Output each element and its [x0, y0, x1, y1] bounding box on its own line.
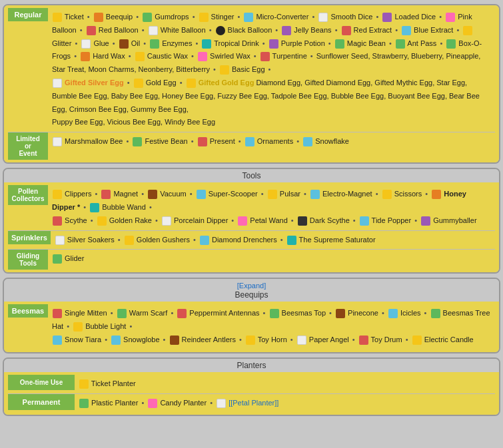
item-ant-pass: Ant Pass	[395, 39, 439, 47]
super-scooper-icon	[197, 190, 206, 199]
beesmas-content: Single Mitten • Warm Scarf • Peppermint …	[48, 304, 495, 349]
peppermint-antennas-icon	[177, 309, 187, 318]
limited-label: LimitedorEvent	[8, 132, 48, 160]
item-beesmas-top: Beesmas Top	[269, 309, 328, 317]
regular-content: Ticket • Beequip • Gumdrops • Stinger •	[48, 8, 495, 132]
bee-eggs-list: Bumble Bee Egg, Baby Bee Egg, Honey Bee …	[52, 92, 480, 126]
sprinklers-row: Sprinklers Silver Soakers • Golden Gushe…	[8, 231, 495, 250]
box-o-frogs-icon	[446, 39, 456, 49]
item-candy-planter: Candy Planter	[147, 399, 209, 407]
snowflake-icon	[303, 137, 312, 146]
enzymes-icon	[150, 39, 159, 49]
item-paper-angel: Paper Angel	[296, 336, 351, 343]
item-petal-planter[interactable]: [[Petal Planter]]	[216, 399, 278, 407]
item-micro-converter: Micro-Converter	[243, 13, 310, 21]
candy-planter-icon	[148, 399, 157, 408]
ticket-icon	[53, 13, 62, 22]
item-petal-wand: Petal Wand	[237, 216, 290, 224]
gifted-silver-egg-icon	[53, 79, 62, 88]
limited-row: LimitedorEvent Marshmallow Bee • Festive…	[8, 132, 495, 160]
item-blue-extract: Blue Extract	[401, 26, 455, 34]
item-glider: Glider	[52, 254, 84, 262]
pulsar-icon	[268, 190, 277, 199]
item-porcelain-dipper: Porcelain Dipper	[161, 216, 230, 224]
tropical-drink-icon	[202, 39, 211, 49]
item-electric-candle: Electric Candle	[412, 336, 474, 343]
item-gumdrops: Gumdrops	[142, 13, 191, 21]
petal-planter-icon	[217, 399, 226, 408]
gumdrops-icon	[143, 13, 152, 22]
item-reindeer-antlers: Reindeer Antlers	[169, 336, 238, 343]
scythe-icon	[53, 216, 62, 226]
clippers-icon	[53, 190, 62, 199]
item-present: Present	[197, 137, 237, 145]
porcelain-dipper-icon	[162, 216, 171, 226]
item-gummyballer: Gummyballer	[420, 216, 476, 224]
item-smooth-dice: Smooth Dice	[318, 13, 374, 21]
items-section: Regular Ticket • Beequip • Gumdrops •	[3, 4, 500, 164]
item-swirled-wax: Swirled Wax	[197, 52, 252, 60]
toy-drum-icon	[359, 336, 368, 345]
gliding-content: Glider	[48, 250, 495, 268]
expand-link[interactable]: [Expand]	[237, 282, 266, 290]
gummyballer-icon	[421, 216, 430, 226]
item-glue: Glue	[81, 39, 111, 47]
pinecone-icon	[336, 309, 345, 318]
beequips-section: [Expand] Beequips Beesmas Single Mitten …	[3, 278, 500, 353]
diamond-drenchers-icon	[200, 236, 209, 245]
bubble-wand-icon	[90, 203, 99, 212]
basic-egg-icon	[220, 65, 229, 75]
honey-dipper-icon	[432, 190, 441, 199]
present-icon	[198, 137, 207, 146]
glitter-icon	[463, 26, 472, 35]
limited-content: Marshmallow Bee • Festive Bean • Present…	[48, 132, 495, 151]
item-pinecone: Pinecone	[335, 309, 380, 317]
loaded-dice-icon	[382, 13, 392, 22]
beequips-title: Beequips	[235, 290, 268, 300]
permanent-row: Permanent Plastic Planter • Candy Plante…	[8, 394, 495, 413]
item-golden-rake: Golden Rake	[97, 216, 154, 224]
item-diamond-drenchers: Diamond Drenchers	[199, 236, 279, 244]
hard-wax-icon	[81, 52, 90, 61]
pollen-collectors-label: PollenCollectors	[8, 185, 48, 205]
item-hard-wax: Hard Wax	[80, 52, 127, 60]
regular-row: Regular Ticket • Beequip • Gumdrops •	[8, 8, 495, 132]
item-snow-tiara: Snow Tiara	[52, 336, 103, 343]
turpentine-icon	[260, 52, 270, 61]
dark-scythe-icon	[298, 216, 307, 226]
item-plastic-planter: Plastic Planter	[79, 399, 140, 407]
gliding-label: GlidingTools	[8, 250, 48, 270]
tools-body: PollenCollectors Clippers • Magnet • Vac…	[4, 182, 499, 272]
stinger-icon	[199, 13, 209, 22]
item-ticket: Ticket	[52, 13, 86, 21]
beesmas-tree-hat-icon	[431, 309, 440, 318]
item-peppermint-antennas: Peppermint Antennas	[177, 309, 261, 317]
item-warm-scarf: Warm Scarf	[117, 309, 170, 317]
item-tropical-drink: Tropical Drink	[201, 39, 260, 47]
item-electro-magnet: Electro-Magnet	[310, 190, 374, 198]
pink-balloon-icon	[446, 13, 455, 22]
item-bubble-light: Bubble Light	[73, 322, 128, 330]
electro-magnet-icon	[310, 190, 320, 199]
snow-tiara-icon	[53, 336, 62, 345]
glider-icon	[53, 254, 62, 264]
snowglobe-icon	[111, 336, 121, 345]
toy-horn-icon	[246, 336, 255, 345]
scissors-icon	[382, 190, 392, 199]
item-clippers: Clippers	[52, 190, 93, 198]
item-black-balloon: Black Balloon	[215, 26, 274, 34]
paper-angel-icon	[297, 336, 306, 345]
beequips-body: Beesmas Single Mitten • Warm Scarf • Pep…	[4, 302, 499, 351]
item-scissors: Scissors	[382, 190, 424, 198]
item-white-balloon: White Balloon	[148, 26, 208, 34]
planters-body: One-time Use Ticket Planter Permanent Pl…	[4, 372, 499, 415]
beesmas-label: Beesmas	[8, 304, 48, 318]
permanent-label: Permanent	[8, 394, 75, 410]
red-balloon-icon	[87, 26, 96, 35]
icicles-icon	[388, 309, 398, 318]
item-beequip: Beequip	[93, 13, 135, 21]
glue-icon	[81, 39, 91, 49]
one-time-row: One-time Use Ticket Planter	[8, 375, 495, 394]
festive-bean-icon	[133, 137, 142, 146]
item-stinger: Stinger	[199, 13, 237, 21]
